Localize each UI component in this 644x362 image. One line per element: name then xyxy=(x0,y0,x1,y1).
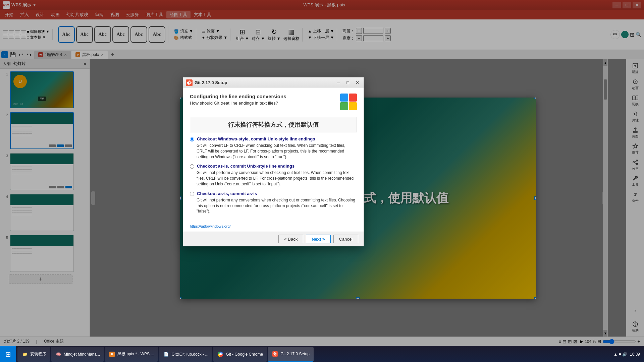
back-button[interactable]: < Back xyxy=(278,235,303,243)
installer-label: 安装程序 xyxy=(30,351,46,357)
taskbar-tray: ▲ ■ 🔊 xyxy=(613,352,627,357)
dialog-option-3: Checkout as-is, commit as-is Git will no… xyxy=(190,191,357,214)
start-button[interactable]: ⊞ xyxy=(0,346,16,362)
option-3-desc: Git will not perform any conversions whe… xyxy=(190,197,357,214)
dialog-link[interactable]: https://gitforwindows.org/ xyxy=(183,222,364,232)
taskbar-git-doc[interactable]: 📄 Git&GitHub.docx - ... xyxy=(159,347,212,362)
git-setup-label: Git 2.17.0 Setup xyxy=(280,352,310,356)
dialog-minimize-btn[interactable]: ─ xyxy=(335,80,342,86)
dialog-title-text: Git 2.17.0 Setup xyxy=(195,80,333,85)
chrome-label: Git - Google Chrome xyxy=(226,352,263,357)
taskbar-time: 16:39 xyxy=(630,352,640,357)
option-1-label[interactable]: Checkout Windows-style, commit Unix-styl… xyxy=(197,136,315,141)
radio-option-3[interactable] xyxy=(190,192,194,196)
dialog-overlay: Git 2.17.0 Setup ─ □ ✕ Configuring the l… xyxy=(0,0,644,346)
git-icon xyxy=(186,79,193,86)
installer-icon: 📁 xyxy=(21,351,28,358)
option-2-label[interactable]: Checkout as-is, commit Unix-style line e… xyxy=(197,164,294,169)
wps-window: WPS WPS 演示 ▼ WPS 演示 - 黑板.pptx ─ □ ✕ 开始 插… xyxy=(0,0,644,346)
taskbar-installer[interactable]: 📁 安装程序 xyxy=(17,347,50,362)
option-1-desc: Git will convert LF to CRLF when checkin… xyxy=(190,143,357,160)
dialog-header-title: Configuring the line ending conversions xyxy=(190,94,286,99)
option-2-desc: Git will not perform any conversion when… xyxy=(190,170,357,187)
radio-option-1[interactable] xyxy=(190,137,194,141)
chrome-icon xyxy=(217,351,224,358)
taskbar: ⊞ 📁 安装程序 🧠 Mindjet MindMana... P 黑板.pptx… xyxy=(0,346,644,362)
cancel-button[interactable]: Cancel xyxy=(333,235,358,243)
dialog-footer: < Back Next > Cancel xyxy=(183,232,364,246)
dialog-header: Configuring the line ending conversions … xyxy=(183,88,364,114)
wps-taskbar-label: 黑板.pptx * - WPS ... xyxy=(117,351,154,357)
dialog-maximize-btn[interactable]: □ xyxy=(344,80,352,86)
dialog-body: 行末换行符转换方式，使用默认值 Checkout Windows-style, … xyxy=(183,114,364,222)
dialog-option-1: Checkout Windows-style, commit Unix-styl… xyxy=(190,136,357,160)
radio-option-2[interactable] xyxy=(190,164,194,169)
taskbar-git-setup[interactable]: Git 2.17.0 Setup xyxy=(268,347,314,362)
taskbar-right: ▲ ■ 🔊 16:39 xyxy=(609,352,644,357)
option-3-label[interactable]: Checkout as-is, commit as-is xyxy=(197,191,257,196)
git-setup-dialog: Git 2.17.0 Setup ─ □ ✕ Configuring the l… xyxy=(183,77,364,246)
mindjet-label: Mindjet MindMana... xyxy=(64,352,100,357)
dialog-close-btn[interactable]: ✕ xyxy=(354,80,361,86)
git-doc-icon: 📄 xyxy=(163,351,169,358)
mindjet-icon: 🧠 xyxy=(55,351,62,358)
dialog-titlebar: Git 2.17.0 Setup ─ □ ✕ xyxy=(183,77,364,88)
dialog-header-subtitle: How should Git treat line endings in tex… xyxy=(190,101,286,106)
taskbar-wps[interactable]: P 黑板.pptx * - WPS ... xyxy=(105,347,158,362)
git-doc-label: Git&GitHub.docx - ... xyxy=(171,352,208,357)
dialog-logo xyxy=(340,94,357,110)
dialog-option-2: Checkout as-is, commit Unix-style line e… xyxy=(190,164,357,187)
taskbar-chrome[interactable]: Git - Google Chrome xyxy=(213,347,267,362)
next-button[interactable]: Next > xyxy=(306,235,330,243)
taskbar-mindjet[interactable]: 🧠 Mindjet MindMana... xyxy=(51,347,104,362)
wps-taskbar-icon: P xyxy=(109,351,115,358)
chinese-banner: 行末换行符转换方式，使用默认值 xyxy=(190,117,357,132)
git-setup-icon xyxy=(272,351,278,357)
taskbar-items: 📁 安装程序 🧠 Mindjet MindMana... P 黑板.pptx *… xyxy=(16,347,609,362)
